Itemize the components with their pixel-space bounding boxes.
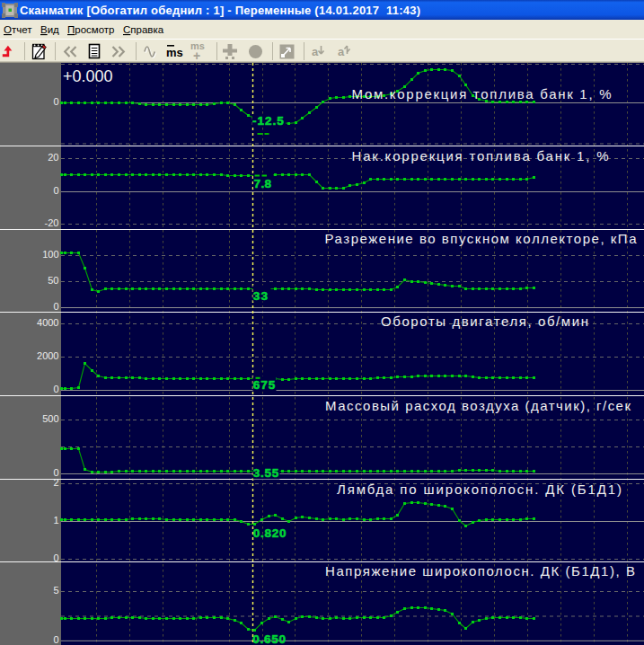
svg-text:-20: -20 [45,217,59,228]
svg-text:2000: 2000 [37,350,58,361]
svg-text:0: 0 [53,301,58,312]
svg-text:Справка: Справка [123,24,164,35]
svg-text:0: 0 [53,634,58,645]
svg-text:+0.000: +0.000 [63,67,113,85]
svg-text:0.820: 0.820 [253,526,287,540]
svg-text:Обороты двигателя, об/мин: Обороты двигателя, об/мин [381,314,588,329]
svg-text:Просмотр: Просмотр [67,24,115,35]
svg-text:1: 1 [53,515,58,526]
svg-text:+: + [193,49,200,63]
svg-text:Отчет: Отчет [4,24,32,35]
svg-text:50: 50 [48,275,58,286]
svg-text:Разрежение во впускном коллект: Разрежение во впускном коллекторе, кПа [325,231,638,246]
svg-text:20: 20 [48,152,58,163]
svg-text:5: 5 [53,585,58,596]
svg-text:3.55: 3.55 [253,466,279,480]
svg-text:Вид: Вид [40,24,59,35]
svg-text:2: 2 [53,477,58,488]
svg-text:0.650: 0.650 [252,632,286,645]
svg-text:500: 500 [42,413,58,424]
svg-text:33: 33 [253,289,269,303]
svg-text:a: a [312,45,319,58]
svg-text:-12.5: -12.5 [252,114,284,128]
svg-text:4000: 4000 [37,317,58,328]
svg-text:Сканматик [Обогатил обеднил :: Сканматик [Обогатил обеднил : 1] - Перем… [20,4,420,17]
svg-text:100: 100 [42,249,58,260]
svg-text:a: a [338,45,345,58]
svg-text:7.8: 7.8 [254,177,272,190]
svg-text:Мом.коррекция топлива банк 1,: Мом.коррекция топлива банк 1, % [352,86,612,102]
svg-text:675: 675 [253,378,276,392]
svg-text:0: 0 [53,185,58,196]
svg-text:0: 0 [53,384,58,394]
svg-text:Напряжение широкополосн. ДК (Б: Напряжение широкополосн. ДК (Б1Д1), В [325,563,635,579]
svg-text:0: 0 [53,96,58,107]
svg-text:ms: ms [166,46,183,59]
